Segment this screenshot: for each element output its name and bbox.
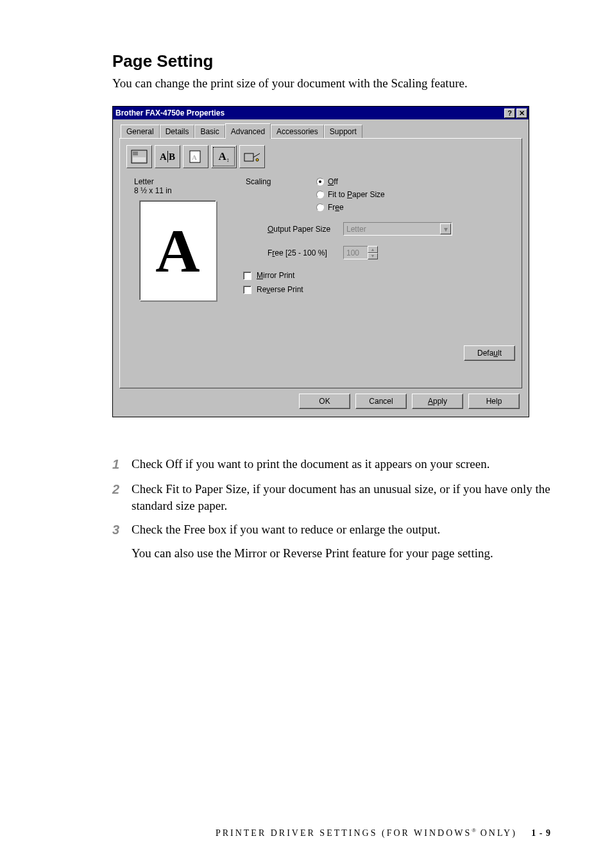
- radio-fit-label: Fit to Paper Size: [328, 190, 385, 199]
- instructions: 1 Check Off if you want to print the doc…: [112, 456, 551, 560]
- output-paper-size-value: Letter: [346, 225, 366, 234]
- output-paper-size-label: Output Paper Size: [246, 225, 336, 234]
- radio-free[interactable]: Free: [316, 203, 385, 212]
- free-range-label: Free [25 - 100 %]: [246, 248, 336, 257]
- svg-rect-1: [133, 152, 138, 155]
- titlebar-help-button[interactable]: ?: [504, 108, 515, 118]
- settings-panel: Scaling Off Fit to Paper Size: [246, 177, 515, 300]
- dialog-button-row: OK Cancel Apply Help: [119, 388, 522, 410]
- svg-rect-5: [244, 153, 253, 161]
- device-options-icon[interactable]: [239, 145, 265, 168]
- scaling-radio-group: Off Fit to Paper Size Free: [316, 177, 385, 212]
- footer-text-after: ONLY): [476, 828, 517, 838]
- tab-advanced[interactable]: Advanced: [225, 123, 271, 139]
- radio-free-indicator: [316, 204, 324, 211]
- paper-dimensions-label: 8 ½ x 11 in: [126, 186, 229, 195]
- tab-basic[interactable]: Basic: [194, 125, 225, 138]
- radio-off[interactable]: Off: [316, 177, 385, 186]
- tab-page-advanced: AB A A↕ Letter 8 ½ x 11 in: [119, 138, 522, 388]
- radio-off-indicator: [316, 178, 324, 186]
- tab-details[interactable]: Details: [160, 125, 195, 138]
- spinner-up-icon[interactable]: ▲: [368, 246, 378, 253]
- chevron-down-icon: ▾: [440, 223, 451, 234]
- apply-button[interactable]: Apply: [412, 394, 463, 409]
- footer-text-before: PRINTER DRIVER SETTINGS (FOR WINDOWS: [216, 828, 472, 838]
- tab-general[interactable]: General: [121, 125, 160, 138]
- step-text-3: Check the Free box if you want to reduce…: [132, 521, 551, 539]
- step-text-2: Check Fit to Paper Size, if your documen…: [132, 481, 551, 514]
- titlebar: Brother FAX-4750e Properties ? ✕: [113, 107, 529, 119]
- svg-rect-2: [133, 157, 146, 162]
- page-number: 1 - 9: [531, 828, 551, 838]
- paper-panel: Letter 8 ½ x 11 in A: [126, 177, 229, 300]
- titlebar-text: Brother FAX-4750e Properties: [115, 108, 503, 117]
- radio-fit-indicator: [316, 191, 324, 198]
- tab-support[interactable]: Support: [324, 125, 362, 138]
- cancel-button[interactable]: Cancel: [355, 394, 407, 409]
- svg-line-6: [253, 153, 260, 157]
- paper-preview: A: [139, 200, 216, 300]
- watermark-icon[interactable]: A: [183, 145, 208, 168]
- properties-dialog: Brother FAX-4750e Properties ? ✕ General…: [112, 106, 529, 417]
- mirror-print-box: [243, 272, 251, 280]
- tabs-row: General Details Basic Advanced Accessori…: [119, 123, 522, 138]
- scaling-label: Scaling: [246, 177, 291, 212]
- radio-off-label: Off: [328, 177, 338, 186]
- step-number-1: 1: [112, 456, 132, 473]
- mirror-print-label: Mirror Print: [257, 271, 294, 280]
- radio-free-label: Free: [328, 203, 344, 212]
- ok-button[interactable]: OK: [299, 394, 350, 409]
- output-paper-size-select[interactable]: Letter ▾: [343, 222, 452, 236]
- svg-text:A: A: [192, 153, 197, 161]
- radio-fit[interactable]: Fit to Paper Size: [316, 190, 385, 199]
- tab-accessories[interactable]: Accessories: [271, 125, 324, 138]
- mirror-print-checkbox[interactable]: Mirror Print: [243, 271, 515, 280]
- page-footer: PRINTER DRIVER SETTINGS (FOR WINDOWS® ON…: [216, 827, 551, 838]
- section-heading: Page Setting: [112, 51, 551, 71]
- svg-point-7: [256, 159, 259, 161]
- step-text-1: Check Off if you want to print the docum…: [132, 456, 551, 473]
- step-number-3: 3: [112, 521, 132, 539]
- page-setting-icon[interactable]: A↕: [211, 145, 237, 168]
- default-button[interactable]: Default: [464, 345, 515, 361]
- free-percent-value: 100: [343, 246, 368, 259]
- intro-text: You can change the print size of your do…: [112, 76, 551, 91]
- reverse-print-box: [243, 286, 251, 294]
- dialog-body: General Details Basic Advanced Accessori…: [113, 119, 529, 417]
- paper-name-label: Letter: [126, 177, 229, 186]
- help-button[interactable]: Help: [468, 394, 520, 409]
- step-followup: You can also use the Mirror or Reverse P…: [132, 546, 551, 560]
- halftone-icon[interactable]: [126, 145, 152, 168]
- step-number-2: 2: [112, 481, 132, 514]
- reverse-print-checkbox[interactable]: Reverse Print: [243, 285, 515, 294]
- titlebar-close-button[interactable]: ✕: [516, 108, 527, 118]
- multipage-icon[interactable]: AB: [155, 145, 180, 168]
- reverse-print-label: Reverse Print: [257, 285, 303, 294]
- spinner-down-icon[interactable]: ▼: [368, 253, 378, 260]
- advanced-toolbar: AB A A↕: [126, 145, 515, 168]
- free-percent-spinner[interactable]: 100 ▲ ▼: [343, 246, 378, 259]
